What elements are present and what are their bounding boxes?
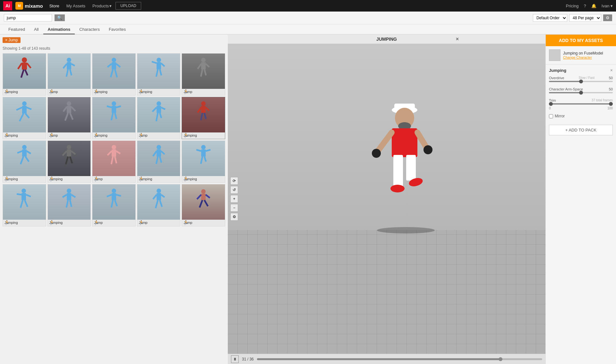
svg-line-64 (21, 157, 23, 164)
svg-point-127 (390, 185, 405, 192)
svg-rect-124 (392, 128, 417, 157)
sort-order-select[interactable]: Default Order (533, 14, 567, 22)
person-icon: 🏃 (4, 89, 10, 94)
svg-line-70 (66, 157, 68, 164)
overdrive-slider[interactable] (549, 81, 613, 82)
settings-view-button[interactable]: ⚙ (230, 213, 238, 221)
grid-item[interactable]: 🏃 Jumping (47, 140, 91, 183)
timeline-bar[interactable] (257, 358, 542, 360)
trim-setting: Trim 37 total frames 0 100 (549, 98, 613, 110)
timeline-thumb[interactable] (499, 357, 502, 361)
grid-item[interactable]: 🏃 Jumping (3, 97, 46, 139)
svg-line-86 (196, 150, 201, 151)
nav-products[interactable]: Products ▾ (89, 2, 115, 10)
svg-line-11 (70, 69, 72, 75)
svg-rect-79 (157, 149, 161, 157)
grid-item[interactable]: 🏃 Jump (137, 97, 181, 139)
per-page-select[interactable]: 48 Per page (569, 14, 601, 22)
right-panel: ADD TO MY ASSETS Jumping on FuseModel Ch… (545, 35, 616, 364)
zoom-out-button[interactable]: − (230, 204, 238, 212)
viewer-close-button[interactable]: × (456, 36, 459, 42)
tab-animations[interactable]: Animations (43, 25, 75, 34)
nav-my-assets[interactable]: My Assets (63, 2, 89, 10)
person-icon: 🏃 (49, 220, 55, 225)
upload-button[interactable]: UPLOAD (116, 2, 141, 10)
overdrive-slider-container (549, 81, 613, 83)
add-to-my-assets-button[interactable]: ADD TO MY ASSETS (546, 35, 616, 46)
search-button[interactable]: 🔍 (55, 14, 65, 21)
grid-item[interactable]: 🏃 Jumping (182, 97, 225, 139)
results-count: Showing 1-48 of 143 results (3, 46, 225, 51)
tab-characters[interactable]: Characters (75, 25, 104, 34)
overdrive-thumb[interactable] (579, 80, 583, 83)
help-icon[interactable]: ? (584, 4, 586, 8)
arm-space-slider-container (549, 92, 613, 95)
svg-line-68 (63, 151, 67, 156)
grid-item[interactable]: 🏃 Jumping (92, 53, 136, 96)
add-to-pack-button[interactable]: + ADD TO PACK (549, 125, 613, 135)
settings-button[interactable]: ⚙ (603, 14, 612, 21)
tab-all[interactable]: All (30, 25, 43, 34)
grid-item[interactable]: 🏃 Jump (92, 140, 136, 183)
grid-item[interactable]: 🏃 Jumping (47, 184, 91, 226)
grid-item[interactable]: 🏃 Jump (182, 184, 225, 226)
grid-item[interactable]: 🏃 Jumping (182, 140, 225, 183)
grid-item[interactable]: 🏃 Jump (182, 53, 225, 96)
svg-line-118 (200, 200, 202, 207)
pricing-link[interactable]: Pricing (566, 4, 579, 8)
svg-line-2 (18, 63, 22, 69)
person-icon: 🏃 (4, 133, 10, 138)
svg-line-101 (70, 200, 72, 207)
grid-item[interactable]: 🏃 Jump (47, 97, 91, 139)
svg-line-129 (377, 132, 392, 152)
grid-item[interactable]: 🏃 Jumping (3, 53, 46, 96)
grid-item[interactable]: 🏃 Jumping (92, 97, 136, 139)
nav-links: Store My Assets Products ▾ UPLOAD (46, 2, 141, 10)
bell-icon[interactable]: 🔔 (591, 4, 596, 8)
svg-line-107 (115, 200, 117, 206)
svg-line-63 (27, 151, 31, 154)
svg-point-36 (67, 101, 71, 106)
svg-rect-19 (157, 62, 161, 69)
svg-rect-25 (201, 62, 206, 69)
svg-line-45 (116, 106, 121, 107)
pause-button[interactable]: ⏸ (231, 355, 239, 363)
svg-rect-37 (67, 106, 71, 113)
grid-item[interactable]: 🏃 Jump (137, 184, 181, 226)
change-character-link[interactable]: Change Character (563, 55, 603, 59)
user-menu[interactable]: Ivan ▾ (602, 4, 613, 8)
trim-thumb-right[interactable] (609, 102, 613, 106)
animation-close-button[interactable]: × (610, 68, 613, 73)
search-input[interactable] (4, 14, 52, 21)
tab-featured[interactable]: Featured (4, 25, 30, 34)
reset-view-button[interactable]: ⟳ (230, 177, 238, 185)
grid-item[interactable]: 🏃 Jump (47, 53, 91, 96)
mirror-checkbox[interactable] (549, 114, 553, 118)
nav-store[interactable]: Store (46, 2, 63, 10)
zoom-in-button[interactable]: + (230, 195, 238, 203)
arm-space-slider[interactable] (549, 92, 613, 93)
grid-item[interactable]: 🏃 Jumping (3, 140, 46, 183)
trim-thumb-left[interactable] (549, 102, 553, 106)
grid-item[interactable]: 🏃 Jumping (3, 184, 46, 226)
character-model (360, 100, 449, 236)
person-icon: 🏃 (183, 220, 189, 225)
arm-space-thumb[interactable] (579, 91, 583, 95)
trim-slider[interactable] (549, 103, 613, 105)
svg-point-54 (201, 101, 206, 106)
tab-favorites[interactable]: Favorites (104, 25, 130, 34)
animation-section-title: Jumping (549, 68, 566, 73)
svg-rect-125 (393, 155, 403, 187)
svg-line-80 (153, 151, 157, 156)
viewer-canvas: ⟳ ↺ + − ⚙ (228, 44, 545, 354)
svg-line-113 (160, 200, 162, 207)
svg-rect-43 (112, 106, 116, 113)
grid-item[interactable]: 🏃 Jumping (137, 53, 181, 96)
svg-line-34 (20, 114, 23, 121)
filter-tag[interactable]: × Jump (3, 37, 21, 43)
svg-line-52 (156, 113, 158, 121)
person-icon: 🏃 (49, 133, 55, 138)
grid-item[interactable]: 🏃 Jump (92, 184, 136, 226)
grid-item[interactable]: 🏃 Jumping (137, 140, 181, 183)
rotate-left-button[interactable]: ↺ (230, 186, 238, 194)
